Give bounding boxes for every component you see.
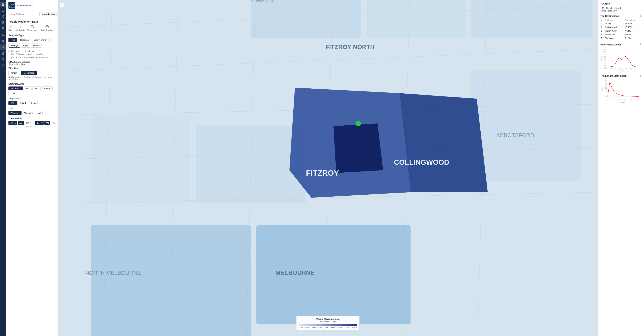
bar-chart-icon (18, 25, 22, 28)
hourly-title: Hourly Breakdown (600, 43, 621, 46)
toolbar-show-labels[interactable]: Show Labels (27, 25, 38, 31)
map-svg: FITZROY COLLINGWOOD FITZROY NORTH MELBOU… (58, 0, 598, 336)
jump-to-region-button[interactable]: Jump to Region ▾ (41, 12, 58, 16)
start-pm-button[interactable]: PM (24, 121, 30, 125)
destination-button[interactable]: Destination (21, 71, 37, 75)
nav-info[interactable] (0, 8, 6, 13)
toolbar-clear-selection[interactable]: Clear Selection (40, 25, 54, 31)
end-pm-button[interactable]: PM (51, 121, 57, 125)
display-area-section: Display Area SA2 Suburb LGA (8, 97, 56, 105)
toolbar: Hide Hide Charts Show Labels Clear Selec… (8, 25, 56, 31)
tab-trips[interactable]: Trips (8, 38, 17, 42)
svg-point-10 (2, 34, 3, 35)
day-weekend[interactable]: Weekend (22, 111, 35, 115)
svg-rect-40 (366, 0, 466, 38)
svg-text:8%: 8% (604, 58, 606, 59)
chip-sa1[interactable]: SA1 (24, 86, 32, 90)
svg-point-5 (4, 17, 4, 18)
svg-rect-46 (91, 225, 251, 336)
display-sa2[interactable]: SA2 (8, 101, 17, 105)
trip-length-export[interactable] (640, 74, 642, 77)
time-row: 123456789101112 AM PM – 123456789101112 … (8, 121, 56, 125)
chip-lga[interactable]: LGA (8, 91, 17, 95)
day-title: Day (8, 107, 56, 110)
start-am-button[interactable]: AM (18, 121, 24, 125)
selection-area-chips: Meshblock SA1 SA2 Suburb LGA (8, 86, 56, 95)
nav-people[interactable] (0, 32, 6, 38)
day-all[interactable]: All (36, 111, 43, 115)
day-section: Day Weekday Weekend All (8, 107, 56, 115)
settings-tab-style[interactable]: Style (21, 43, 30, 48)
top-dest-export[interactable] (640, 14, 642, 17)
svg-text:6-7km: 6-7km (614, 98, 616, 101)
hourly-header: Hourly Breakdown (600, 43, 642, 46)
svg-text:0%: 0% (604, 67, 606, 68)
chip-meshblock[interactable]: Meshblock (8, 86, 23, 90)
end-hour-select[interactable]: 123456789101112 (35, 121, 44, 125)
chip-suburb[interactable]: Suburb (42, 86, 52, 90)
svg-text:10%: 10% (604, 56, 606, 57)
nav-location[interactable] (0, 26, 6, 31)
end-am-button[interactable]: AM (44, 121, 50, 125)
table-row: 2Collingwood13.58% (600, 25, 642, 29)
day-weekday[interactable]: Weekday (8, 111, 22, 115)
start-hour-select[interactable]: 123456789101112 (8, 121, 17, 125)
svg-text:14-16km: 14-16km (620, 98, 622, 101)
nav-walk[interactable] (0, 44, 6, 50)
settings-tab-settings[interactable]: Settings (8, 43, 20, 48)
collapse-button[interactable] (60, 3, 64, 7)
svg-text:6%: 6% (604, 60, 606, 61)
svg-text:NORTH MELBOURNE: NORTH MELBOURNE (85, 270, 141, 276)
map-area[interactable]: FITZROY COLLINGWOOD FITZROY NORTH MELBOU… (58, 0, 598, 336)
nav-home[interactable] (0, 1, 6, 7)
chevron-down-icon: ▾ (58, 13, 58, 15)
svg-text:8:00: 8:00 (614, 68, 616, 69)
svg-text:14%: 14% (604, 51, 606, 52)
svg-marker-48 (400, 93, 488, 192)
table-row: 3Fitzroy North7.68% (600, 29, 642, 33)
logo-header: PLANWISELY (6, 0, 58, 10)
nav-print[interactable] (0, 63, 6, 68)
trip-length-chart: 35% 30% 25% 20% 15% 10% 5% 0% Less than … (600, 78, 642, 103)
svg-text:FITZROY NORTH: FITZROY NORTH (326, 43, 374, 50)
origin-button[interactable]: Origin (8, 71, 20, 75)
legend: People Movement Data Percentage of Trips… (296, 316, 360, 330)
nav-draw[interactable] (0, 57, 6, 62)
svg-point-3 (4, 15, 4, 16)
svg-text:20%: 20% (605, 85, 607, 86)
time-period-title: Time Period (8, 117, 56, 120)
nav-layers[interactable] (0, 20, 6, 25)
left-sidebar: PLANWISELY Jump to Region ▾ People Movem… (6, 0, 58, 336)
nav-edit[interactable] (0, 51, 6, 56)
search-input[interactable] (10, 12, 40, 16)
tab-length-of-stay[interactable]: Length of Stay (32, 38, 50, 42)
hourly-export[interactable] (640, 43, 642, 46)
tab-heatmap[interactable]: Heatmap (18, 38, 31, 42)
chip-sa2[interactable]: SA2 (32, 86, 41, 90)
top-destinations-title: Top Destinations (600, 15, 619, 17)
toolbar-hide[interactable]: Hide (8, 25, 12, 31)
panel-close-button[interactable]: → (638, 2, 642, 6)
display-suburb[interactable]: Suburb (18, 101, 28, 105)
table-row: 4Melbourne7.01% (600, 33, 642, 36)
svg-marker-8 (2, 21, 4, 23)
nav-data[interactable] (0, 38, 6, 44)
svg-text:15%: 15% (605, 87, 607, 88)
top-dest-header: Top Destinations (600, 14, 642, 17)
svg-point-50 (356, 121, 361, 126)
toolbar-hide-charts[interactable]: Hide Charts (15, 25, 25, 31)
svg-rect-42 (91, 115, 190, 203)
selection-area-section: Selection Area Meshblock SA1 SA2 Suburb … (8, 83, 56, 95)
nav-share[interactable] (0, 14, 6, 19)
svg-text:2%: 2% (604, 65, 606, 66)
legend-labels: 0.0% 0.2% 0.5% 1.0% 2.5% 5.0% 10.0% 15.0… (299, 327, 357, 329)
hourly-svg: 16% 14% 12% 10% 8% 6% 4% 2% 0% 0:00 4:00… (600, 47, 642, 72)
settings-tabs: Settings Style Source (8, 43, 56, 48)
analysis-type-tabs: Trips Heatmap Length of Stay (8, 38, 56, 42)
direction-title: Direction (8, 67, 56, 70)
display-lga[interactable]: LGA (29, 101, 38, 105)
svg-text:35%: 35% (605, 80, 607, 81)
svg-line-6 (3, 17, 4, 17)
settings-tab-source[interactable]: Source (31, 43, 42, 48)
svg-text:4-5km: 4-5km (612, 98, 614, 101)
